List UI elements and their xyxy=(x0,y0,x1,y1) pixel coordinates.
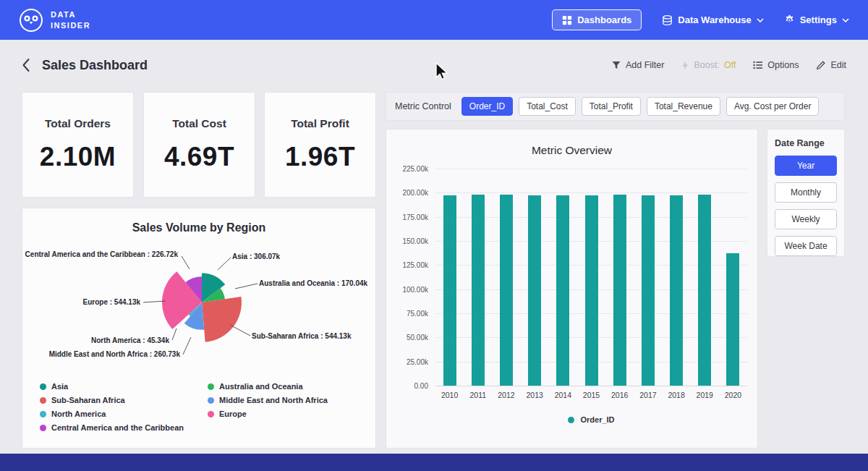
pie-legend-item[interactable]: Sub-Saharan Africa xyxy=(40,396,208,404)
pie-legend-item[interactable]: Central America and the Caribbean xyxy=(40,423,208,432)
page-title: Sales Dashboard xyxy=(42,58,148,73)
list-icon xyxy=(753,61,763,69)
kpi-card-total-profit: Total Profit 1.96T xyxy=(264,92,376,198)
legend-label: North America xyxy=(51,410,106,418)
pie-callout-central-america: Central America and the Caribbean : 226.… xyxy=(25,250,178,258)
bar xyxy=(500,195,513,386)
kpi-card-total-orders: Total Orders 2.10M xyxy=(22,92,134,198)
footer-bar xyxy=(0,454,868,471)
pie-legend-item[interactable]: Middle East and North Africa xyxy=(208,396,375,404)
metric-button[interactable]: Total_Revenue xyxy=(647,97,720,116)
bar xyxy=(585,195,598,386)
pie-slice[interactable] xyxy=(202,297,242,342)
x-tick-label: 2010 xyxy=(435,391,464,399)
metric-control-buttons: Order_IDTotal_CostTotal_ProfitTotal_Reve… xyxy=(461,97,820,116)
x-tick-label: 2012 xyxy=(492,391,520,399)
bar xyxy=(670,195,683,386)
back-button[interactable] xyxy=(22,58,30,72)
brand-logo: DATA INSIDER xyxy=(19,8,90,33)
page-header: Sales Dashboard Add Filter Boost: Off Op… xyxy=(0,40,868,90)
pie-chart: Central America and the Caribbean : 226.… xyxy=(22,240,375,372)
kpi-card-total-cost: Total Cost 4.69T xyxy=(143,92,255,198)
pie-legend-item[interactable]: Europe xyxy=(208,410,375,418)
pie-legend-item[interactable]: Australia and Oceania xyxy=(208,382,375,391)
legend-dot xyxy=(40,397,46,404)
y-tick-label: 200.00k xyxy=(402,189,428,197)
x-tick-label: 2014 xyxy=(549,391,577,399)
y-tick-label: 50.00k xyxy=(407,334,428,341)
pie-legend-item[interactable]: Asia xyxy=(40,382,208,391)
bar xyxy=(726,253,739,386)
bar xyxy=(642,195,655,386)
sales-volume-card: Sales Volume by Region Central America a… xyxy=(22,208,376,449)
date-range-panel: Date Range YearMonthlyWeeklyWeek Date xyxy=(767,129,845,257)
chevron-left-icon xyxy=(22,58,30,72)
x-tick-label: 2016 xyxy=(605,391,634,399)
nav-settings[interactable]: Settings xyxy=(784,14,849,25)
legend-label: Sub-Saharan Africa xyxy=(51,396,125,404)
legend-label: Asia xyxy=(51,382,68,391)
bar-legend[interactable]: Order_ID xyxy=(386,415,757,424)
boost-label: Boost: xyxy=(694,60,719,70)
pencil-icon xyxy=(816,60,826,70)
date-range-label: Date Range xyxy=(775,138,837,148)
chevron-down-icon xyxy=(842,18,849,22)
legend-label: Australia and Oceania xyxy=(219,382,303,391)
metric-control-bar: Metric Control Order_IDTotal_CostTotal_P… xyxy=(386,92,845,121)
bar-series xyxy=(435,169,747,386)
nav-settings-label: Settings xyxy=(800,14,837,25)
add-filter-button[interactable]: Add Filter xyxy=(611,60,665,70)
metric-button[interactable]: Total_Profit xyxy=(582,97,641,116)
nav-data-warehouse[interactable]: Data Warehouse xyxy=(662,14,763,26)
pie-callout-europe: Europe : 544.13k xyxy=(83,298,140,306)
legend-dot xyxy=(40,425,46,431)
boost-toggle[interactable]: Boost: Off xyxy=(681,60,736,71)
legend-dot xyxy=(40,411,46,417)
metric-button[interactable]: Total_Cost xyxy=(519,97,576,116)
pie-legend-item[interactable]: North America xyxy=(40,410,208,418)
options-button[interactable]: Options xyxy=(753,60,799,70)
legend-dot xyxy=(208,411,214,417)
date-range-button[interactable]: Week Date xyxy=(775,236,837,256)
legend-dot xyxy=(40,383,46,390)
date-range-button[interactable]: Monthly xyxy=(775,182,837,203)
x-tick-label: 2015 xyxy=(577,391,605,399)
x-tick-label: 2018 xyxy=(663,391,691,399)
bar-legend-label: Order_ID xyxy=(580,415,614,424)
nav-dashboards-label: Dashboards xyxy=(577,14,631,25)
bar-plot-area xyxy=(435,169,747,386)
x-tick-label: 2020 xyxy=(719,391,747,399)
kpi-label: Total Orders xyxy=(45,117,111,130)
pie-callout-australia: Australia and Oceania : 170.04k xyxy=(259,279,367,287)
metric-button[interactable]: Order_ID xyxy=(461,97,513,116)
brand-line2: INSIDER xyxy=(51,20,90,31)
kpi-label: Total Cost xyxy=(172,117,226,130)
chevron-down-icon xyxy=(757,18,764,22)
brand-line1: DATA xyxy=(51,9,90,20)
pie-legend: AsiaSub-Saharan AfricaNorth AmericaCentr… xyxy=(40,382,375,432)
pie-callout-middle-east: Middle East and North Africa : 260.73k xyxy=(49,350,180,358)
nav-dashboards[interactable]: Dashboards xyxy=(552,9,642,30)
bar xyxy=(613,195,626,386)
edit-label: Edit xyxy=(830,60,846,70)
date-range-button[interactable]: Weekly xyxy=(775,209,837,229)
pie-callout-asia: Asia : 306.07k xyxy=(232,253,280,260)
pie-callout-sub-saharan-africa: Sub-Saharan Africa : 544.13k xyxy=(252,332,351,340)
pie-chart-title: Sales Volume by Region xyxy=(22,221,375,234)
metric-button[interactable]: Avg. Cost per Order xyxy=(726,97,820,116)
gear-icon xyxy=(784,14,795,25)
legend-dot xyxy=(208,383,214,390)
pie-callout-north-america: North America : 45.34k xyxy=(91,336,169,344)
pie-slices xyxy=(162,271,242,342)
bar xyxy=(472,195,485,386)
date-range-button[interactable]: Year xyxy=(775,156,837,176)
bar xyxy=(556,195,569,386)
nav-data-warehouse-label: Data Warehouse xyxy=(678,14,751,25)
boost-state: Off xyxy=(724,60,736,70)
owl-logo-icon xyxy=(19,8,43,33)
edit-button[interactable]: Edit xyxy=(816,60,846,70)
kpi-value: 1.96T xyxy=(285,142,355,172)
legend-label: Europe xyxy=(219,410,247,418)
x-tick-label: 2013 xyxy=(521,391,549,399)
y-tick-label: 125.00k xyxy=(402,261,428,269)
